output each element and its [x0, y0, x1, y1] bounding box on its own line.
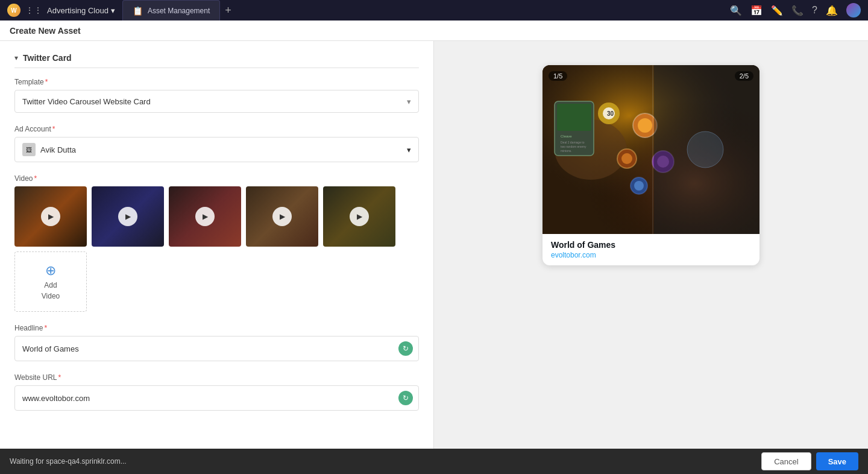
pencil-icon[interactable]: ✏️: [771, 5, 783, 16]
svg-point-13: [621, 153, 632, 164]
topbar-actions: 🔍 📅 ✏️ 📞 ? 🔔: [730, 3, 861, 17]
video-thumbnail-4[interactable]: ▶: [246, 186, 318, 247]
video-thumbnail-3[interactable]: ▶: [169, 186, 241, 247]
search-icon[interactable]: 🔍: [730, 5, 742, 16]
svg-text:Deal 2 damage to: Deal 2 damage to: [561, 141, 585, 144]
ad-account-avatar: 🖼: [22, 143, 36, 156]
add-video-icon: ⊕: [45, 263, 56, 279]
svg-point-20: [687, 131, 723, 168]
website-url-label: Website URL*: [14, 373, 419, 382]
website-url-input-wrapper: ↻: [14, 385, 419, 411]
card-text: World of Games evoltobor.com: [542, 234, 760, 265]
ad-account-group: Ad Account* 🖼 Avik Dutta ▾: [14, 125, 419, 162]
headline-group: Headline* ↻: [14, 324, 419, 361]
card-counter-right: 2/5: [735, 71, 753, 81]
new-tab-button[interactable]: +: [220, 0, 236, 21]
video-thumbnail-2[interactable]: ▶: [92, 186, 164, 247]
template-select[interactable]: Twitter Video Carousel Website Card ▾: [14, 90, 419, 113]
section-collapse-icon[interactable]: ▾: [14, 54, 18, 62]
video-thumbnail-1[interactable]: ▶: [14, 186, 87, 247]
asset-management-tab[interactable]: 📋 Asset Management: [122, 0, 220, 21]
template-select-chevron-icon: ▾: [407, 97, 411, 106]
svg-rect-5: [557, 104, 591, 131]
ad-account-label: Ad Account*: [14, 125, 419, 133]
app-name-label: Advertising Cloud: [47, 6, 108, 15]
save-button[interactable]: Save: [816, 452, 858, 470]
app-logo[interactable]: W: [7, 4, 20, 17]
video-thumbnail-5[interactable]: ▶: [323, 186, 395, 247]
calendar-icon[interactable]: 📅: [750, 5, 763, 16]
topbar: W ⋮⋮ Advertising Cloud ▾ 📋 Asset Managem…: [0, 0, 868, 21]
ad-account-select-value: Avik Dutta: [40, 145, 402, 154]
add-video-button[interactable]: ⊕ Add Video: [14, 251, 87, 312]
svg-text:30: 30: [607, 110, 614, 117]
twitter-card-preview: Cleave Deal 2 damage to two random enemy…: [542, 65, 760, 265]
add-video-label2: Video: [42, 292, 60, 300]
main-layout: ▾ Twitter Card Template* Twitter Video C…: [0, 41, 868, 449]
video-grid: ▶ ▶ ▶ ▶ ▶ ⊕ Add Video: [14, 186, 419, 312]
play-button-3[interactable]: ▶: [195, 207, 215, 226]
card-media-inner: Cleave Deal 2 damage to two random enemy…: [542, 65, 760, 234]
section-title: Twitter Card: [23, 53, 72, 63]
cancel-button[interactable]: Cancel: [761, 452, 811, 470]
phone-icon[interactable]: 📞: [791, 5, 804, 16]
svg-point-11: [638, 118, 652, 133]
twitter-card-section-header: ▾ Twitter Card: [14, 53, 419, 68]
app-name-button[interactable]: Advertising Cloud ▾: [47, 6, 115, 15]
headline-label: Headline*: [14, 324, 419, 332]
tab-bar: 📋 Asset Management +: [122, 0, 725, 21]
ad-account-chevron-icon: ▾: [407, 145, 411, 154]
card-title: World of Games: [551, 240, 751, 250]
bottom-actions: Cancel Save: [752, 449, 868, 474]
page-title: Create New Asset: [10, 26, 81, 36]
headline-input-wrapper: ↻: [14, 336, 419, 361]
preview-panel: Cleave Deal 2 damage to two random enemy…: [434, 41, 868, 449]
website-url-group: Website URL* ↻: [14, 373, 419, 411]
page-header: Create New Asset: [0, 21, 868, 41]
play-button-4[interactable]: ▶: [272, 207, 292, 226]
card-media-svg: Cleave Deal 2 damage to two random enemy…: [542, 65, 760, 234]
template-select-value: Twitter Video Carousel Website Card: [22, 97, 151, 106]
card-media: Cleave Deal 2 damage to two random enemy…: [542, 65, 760, 234]
svg-text:two random enemy: two random enemy: [561, 145, 587, 148]
add-video-label: Add: [44, 281, 57, 289]
headline-input[interactable]: [14, 336, 419, 361]
card-counter-left: 1/5: [549, 71, 567, 81]
template-group: Template* Twitter Video Carousel Website…: [14, 78, 419, 113]
website-url-refresh-icon[interactable]: ↻: [398, 391, 413, 405]
play-button-5[interactable]: ▶: [350, 207, 369, 226]
ad-account-select[interactable]: 🖼 Avik Dutta ▾: [14, 137, 419, 162]
tab-label: Asset Management: [148, 7, 210, 15]
bottom-bar: Waiting for space-qa4.sprinklr.com...: [0, 449, 868, 474]
play-button-1[interactable]: ▶: [41, 207, 60, 226]
play-button-2[interactable]: ▶: [118, 207, 137, 226]
bell-icon[interactable]: 🔔: [826, 5, 838, 16]
website-url-input[interactable]: [14, 385, 419, 411]
headline-refresh-icon[interactable]: ↻: [398, 341, 413, 356]
card-url: evoltobor.com: [551, 251, 751, 259]
grid-icon[interactable]: ⋮⋮: [25, 5, 42, 15]
help-icon[interactable]: ?: [812, 5, 817, 16]
logo-text: W: [11, 7, 16, 14]
svg-point-17: [634, 181, 644, 191]
user-avatar[interactable]: [846, 3, 861, 17]
template-label: Template*: [14, 78, 419, 86]
video-group: Video* ▶ ▶ ▶ ▶ ▶ ⊕: [14, 174, 419, 312]
tab-icon: 📋: [133, 6, 143, 16]
app-name-chevron-icon: ▾: [111, 6, 115, 15]
form-panel: ▾ Twitter Card Template* Twitter Video C…: [0, 41, 434, 449]
svg-text:Cleave: Cleave: [561, 134, 572, 138]
status-text: Waiting for space-qa4.sprinklr.com...: [10, 457, 127, 466]
video-label: Video*: [14, 174, 419, 183]
svg-text:minions.: minions.: [561, 149, 572, 153]
